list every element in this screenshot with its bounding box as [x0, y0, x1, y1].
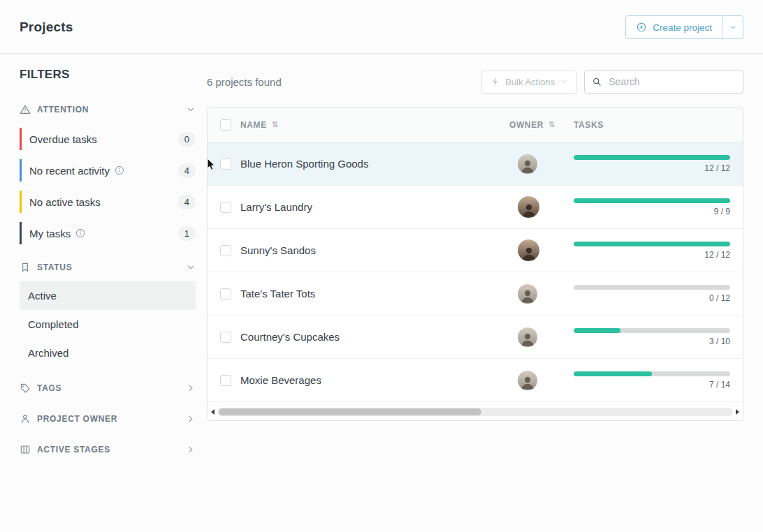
- filters-title: FILTERS: [20, 68, 196, 82]
- count-badge: 0: [178, 132, 196, 147]
- top-bar: Projects Create project: [0, 0, 763, 53]
- filter-status-active[interactable]: Active: [20, 281, 196, 310]
- filter-status-archived[interactable]: Archived: [20, 339, 196, 367]
- filter-item-label: My tasks: [29, 228, 71, 239]
- table-header: NAME ⇅ OWNER ⇅ TASKS: [208, 108, 743, 142]
- filter-section-status[interactable]: STATUS: [20, 253, 196, 281]
- info-icon[interactable]: [75, 228, 85, 238]
- count-badge: 1: [178, 226, 196, 241]
- filter-section-active-stages[interactable]: ACTIVE STAGES: [20, 434, 196, 465]
- row-checkbox[interactable]: [220, 332, 231, 343]
- progress-bar: [574, 371, 730, 376]
- search-box: [584, 70, 743, 94]
- table-row[interactable]: Larry's Laundry 9 / 9: [208, 186, 743, 229]
- table-row[interactable]: Tate's Tater Tots 0 / 12: [208, 272, 743, 316]
- count-badge: 4: [178, 195, 196, 209]
- filter-item-no-recent-activity[interactable]: No recent activity 4: [20, 159, 196, 182]
- create-project-label: Create project: [653, 22, 712, 33]
- filter-item-no-active-tasks[interactable]: No active tasks 4: [20, 191, 196, 213]
- project-name[interactable]: Larry's Laundry: [240, 201, 312, 213]
- chevron-right-icon: [186, 414, 196, 424]
- section-label: ACTIVE STAGES: [37, 445, 110, 455]
- scrollbar-thumb[interactable]: [219, 408, 481, 415]
- filter-item-label: Overdue tasks: [29, 133, 97, 145]
- tasks-count: 7 / 14: [574, 380, 730, 390]
- filter-section-project-owner[interactable]: PROJECT OWNER: [20, 404, 196, 434]
- sort-icon[interactable]: ⇅: [272, 120, 279, 129]
- bulk-actions-button[interactable]: Bulk Actions: [481, 71, 577, 94]
- chevron-down-icon: [186, 105, 196, 114]
- column-header-tasks: TASKS: [574, 120, 604, 130]
- search-input[interactable]: [607, 75, 736, 88]
- results-count: 6 projects found: [207, 76, 282, 88]
- row-checkbox[interactable]: [220, 375, 231, 386]
- person-icon: [20, 413, 31, 424]
- table-row[interactable]: Courtney's Cupcakes 3 / 10: [208, 316, 743, 359]
- table-row[interactable]: Blue Heron Sporting Goods 12 / 12: [208, 142, 743, 186]
- sort-icon[interactable]: ⇅: [548, 120, 555, 129]
- avatar: [518, 371, 537, 390]
- page-title: Projects: [20, 20, 73, 35]
- progress-bar: [574, 328, 730, 333]
- row-checkbox[interactable]: [220, 158, 231, 170]
- chevron-right-icon: [186, 383, 196, 393]
- tasks-count: 12 / 12: [574, 163, 730, 173]
- table-row[interactable]: Sunny's Sandos 12 / 12: [208, 229, 743, 272]
- columns-icon: [20, 444, 31, 455]
- project-name[interactable]: Courtney's Cupcakes: [240, 331, 340, 343]
- filter-section-tags[interactable]: TAGS: [20, 373, 196, 404]
- project-name[interactable]: Sunny's Sandos: [240, 244, 316, 256]
- status-label: Active: [28, 290, 57, 302]
- row-checkbox[interactable]: [220, 288, 231, 300]
- filter-item-label: No recent activity: [29, 165, 110, 177]
- project-name[interactable]: Moxie Beverages: [240, 374, 321, 386]
- filter-item-my-tasks[interactable]: My tasks 1: [20, 222, 196, 244]
- chevron-down-icon: [729, 23, 737, 31]
- tasks-count: 0 / 12: [574, 293, 730, 303]
- section-label: PROJECT OWNER: [37, 414, 117, 424]
- info-icon[interactable]: [115, 165, 124, 175]
- progress-bar: [574, 198, 730, 203]
- filter-status-completed[interactable]: Completed: [20, 310, 196, 339]
- avatar: [518, 196, 539, 218]
- section-label: ATTENTION: [37, 105, 89, 114]
- filter-section-attention[interactable]: ATTENTION: [20, 96, 196, 124]
- section-label: STATUS: [37, 263, 72, 272]
- tasks-count: 12 / 12: [574, 250, 730, 260]
- row-checkbox[interactable]: [220, 245, 231, 256]
- progress-bar: [574, 155, 730, 160]
- toolbar: 6 projects found Bulk Actions: [207, 69, 743, 94]
- create-project-split-button: Create project: [625, 15, 743, 39]
- bulk-actions-label: Bulk Actions: [505, 77, 555, 87]
- column-header-name[interactable]: NAME: [240, 120, 267, 130]
- scroll-left-arrow[interactable]: [211, 409, 215, 415]
- table-row[interactable]: Moxie Beverages 7 / 14: [208, 359, 743, 402]
- progress-bar: [574, 285, 730, 290]
- create-project-button[interactable]: Create project: [625, 15, 722, 39]
- avatar: [518, 154, 537, 174]
- select-all-checkbox[interactable]: [220, 119, 231, 131]
- content: FILTERS ATTENTION Overdue tasks 0 No rec…: [0, 54, 763, 465]
- row-checkbox[interactable]: [220, 202, 231, 213]
- filter-item-label: No active tasks: [29, 196, 101, 208]
- projects-main: 6 projects found Bulk Actions NAME ⇅ OWN…: [196, 54, 743, 465]
- warning-icon: [20, 104, 31, 115]
- chevron-right-icon: [186, 445, 196, 455]
- filters-sidebar: FILTERS ATTENTION Overdue tasks 0 No rec…: [20, 54, 196, 465]
- project-name[interactable]: Tate's Tater Tots: [240, 288, 315, 300]
- project-name[interactable]: Blue Heron Sporting Goods: [240, 158, 368, 170]
- column-header-owner[interactable]: OWNER: [509, 120, 544, 130]
- horizontal-scrollbar: [208, 404, 742, 420]
- projects-table: NAME ⇅ OWNER ⇅ TASKS Blue Heron Sporting…: [207, 107, 743, 421]
- plus-circle-icon: [636, 22, 647, 33]
- create-project-dropdown-button[interactable]: [722, 15, 743, 39]
- filter-item-overdue-tasks[interactable]: Overdue tasks 0: [20, 128, 196, 150]
- bookmark-icon: [20, 262, 31, 273]
- tag-icon: [20, 383, 31, 394]
- lightning-icon: [490, 77, 500, 87]
- scrollbar-track[interactable]: [217, 408, 733, 416]
- status-label: Completed: [28, 318, 79, 330]
- avatar: [518, 284, 537, 304]
- chevron-down-icon: [560, 77, 568, 86]
- scroll-right-arrow[interactable]: [736, 409, 739, 415]
